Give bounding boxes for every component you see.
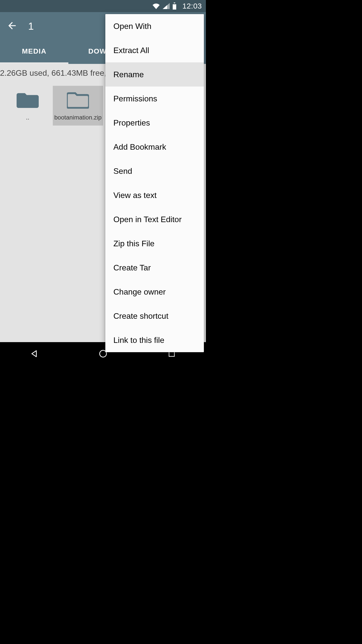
menu-label: Open With [113, 22, 151, 31]
menu-label: Create shortcut [113, 311, 168, 321]
menu-label: Add Bookmark [113, 142, 166, 152]
menu-label: Send [113, 167, 132, 176]
status-bar: 12:03 [0, 0, 206, 12]
folder-icon [67, 91, 89, 110]
menu-open-in-text-editor[interactable]: Open in Text Editor [105, 207, 204, 231]
status-icons: 12:03 [152, 2, 202, 10]
cell-signal-icon [163, 3, 170, 9]
battery-icon [172, 3, 177, 10]
menu-label: Rename [113, 70, 144, 79]
triangle-back-icon [30, 349, 39, 359]
menu-label: Link to this file [113, 336, 164, 345]
menu-label: Permissions [113, 94, 157, 103]
tab-media[interactable]: MEDIA [0, 40, 68, 64]
svg-rect-2 [173, 3, 176, 4]
svg-rect-1 [174, 3, 175, 3]
menu-view-as-text[interactable]: View as text [105, 183, 204, 207]
file-name: .. [25, 114, 30, 121]
menu-label: View as text [113, 191, 157, 200]
menu-add-bookmark[interactable]: Add Bookmark [105, 135, 204, 159]
menu-change-owner[interactable]: Change owner [105, 280, 204, 304]
menu-label: Properties [113, 118, 150, 128]
menu-label: Create Tar [113, 263, 151, 272]
menu-create-tar[interactable]: Create Tar [105, 256, 204, 280]
screen: 12:03 1 MEDIA DOWNL 2.26GB used, 661.43M… [0, 0, 206, 366]
arrow-left-icon [7, 20, 18, 32]
menu-rename[interactable]: Rename [105, 62, 204, 87]
file-item-bootanimation[interactable]: bootanimation.zip [53, 86, 103, 126]
nav-back-button[interactable] [7, 342, 62, 366]
menu-zip-this-file[interactable]: Zip this File [105, 231, 204, 256]
context-menu: Open With Extract All Rename Permissions… [105, 14, 204, 352]
menu-label: Extract All [113, 46, 149, 55]
menu-label: Change owner [113, 287, 166, 297]
file-name: bootanimation.zip [53, 114, 103, 121]
menu-extract-all[interactable]: Extract All [105, 38, 204, 62]
back-button[interactable] [2, 16, 22, 36]
menu-create-shortcut[interactable]: Create shortcut [105, 304, 204, 328]
wifi-icon [152, 3, 160, 9]
menu-label: Open in Text Editor [113, 215, 182, 224]
file-item-parent[interactable]: .. [3, 86, 53, 126]
menu-label: Zip this File [113, 239, 155, 248]
folder-icon [17, 91, 39, 110]
menu-link-to-this-file[interactable]: Link to this file [105, 328, 204, 352]
tab-label: MEDIA [22, 47, 47, 55]
menu-permissions[interactable]: Permissions [105, 87, 204, 111]
menu-open-with[interactable]: Open With [105, 14, 204, 38]
status-clock: 12:03 [182, 2, 202, 10]
menu-properties[interactable]: Properties [105, 111, 204, 135]
menu-send[interactable]: Send [105, 159, 204, 183]
app-title: 1 [28, 21, 34, 32]
